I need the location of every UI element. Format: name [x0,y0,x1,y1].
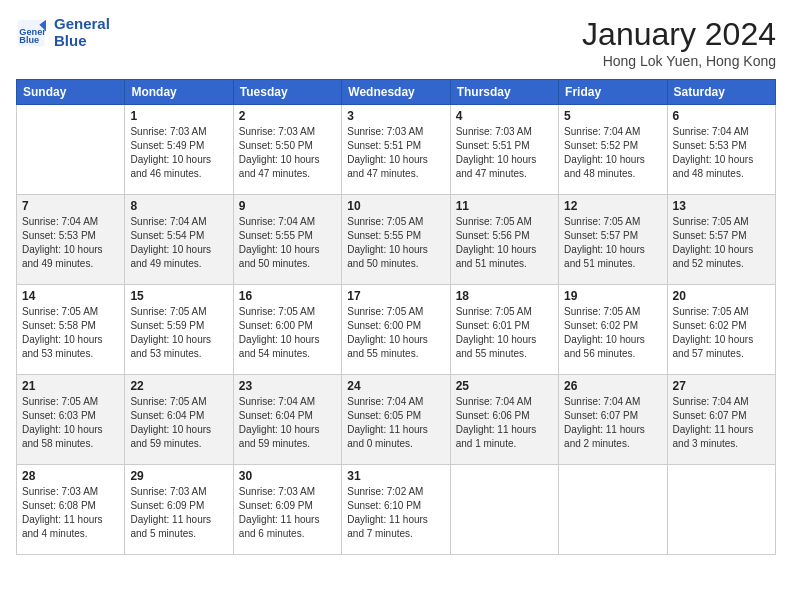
day-info: Sunrise: 7:05 AM Sunset: 5:56 PM Dayligh… [456,215,553,271]
calendar-day-cell [17,105,125,195]
day-info: Sunrise: 7:05 AM Sunset: 5:58 PM Dayligh… [22,305,119,361]
day-info: Sunrise: 7:03 AM Sunset: 6:08 PM Dayligh… [22,485,119,541]
weekday-header-cell: Thursday [450,80,558,105]
calendar-day-cell: 19Sunrise: 7:05 AM Sunset: 6:02 PM Dayli… [559,285,667,375]
day-number: 5 [564,109,661,123]
calendar-day-cell: 10Sunrise: 7:05 AM Sunset: 5:55 PM Dayli… [342,195,450,285]
location: Hong Lok Yuen, Hong Kong [582,53,776,69]
weekday-header-cell: Monday [125,80,233,105]
logo-text-line2: Blue [54,33,110,50]
day-info: Sunrise: 7:05 AM Sunset: 6:00 PM Dayligh… [239,305,336,361]
day-number: 13 [673,199,770,213]
logo: General Blue General Blue [16,16,110,49]
calendar-day-cell: 28Sunrise: 7:03 AM Sunset: 6:08 PM Dayli… [17,465,125,555]
day-info: Sunrise: 7:03 AM Sunset: 5:50 PM Dayligh… [239,125,336,181]
calendar-day-cell: 29Sunrise: 7:03 AM Sunset: 6:09 PM Dayli… [125,465,233,555]
calendar-day-cell: 2Sunrise: 7:03 AM Sunset: 5:50 PM Daylig… [233,105,341,195]
day-number: 6 [673,109,770,123]
day-info: Sunrise: 7:03 AM Sunset: 6:09 PM Dayligh… [130,485,227,541]
day-number: 1 [130,109,227,123]
calendar-day-cell: 27Sunrise: 7:04 AM Sunset: 6:07 PM Dayli… [667,375,775,465]
calendar-day-cell: 18Sunrise: 7:05 AM Sunset: 6:01 PM Dayli… [450,285,558,375]
calendar-day-cell: 22Sunrise: 7:05 AM Sunset: 6:04 PM Dayli… [125,375,233,465]
calendar-day-cell: 23Sunrise: 7:04 AM Sunset: 6:04 PM Dayli… [233,375,341,465]
day-number: 16 [239,289,336,303]
day-info: Sunrise: 7:05 AM Sunset: 6:04 PM Dayligh… [130,395,227,451]
logo-text-line1: General [54,16,110,33]
calendar-day-cell: 20Sunrise: 7:05 AM Sunset: 6:02 PM Dayli… [667,285,775,375]
calendar-week-row: 1Sunrise: 7:03 AM Sunset: 5:49 PM Daylig… [17,105,776,195]
day-info: Sunrise: 7:04 AM Sunset: 6:04 PM Dayligh… [239,395,336,451]
calendar-day-cell [559,465,667,555]
day-info: Sunrise: 7:03 AM Sunset: 5:49 PM Dayligh… [130,125,227,181]
day-number: 21 [22,379,119,393]
weekday-header-cell: Saturday [667,80,775,105]
day-info: Sunrise: 7:05 AM Sunset: 6:02 PM Dayligh… [673,305,770,361]
calendar-day-cell [450,465,558,555]
day-number: 30 [239,469,336,483]
calendar-day-cell: 3Sunrise: 7:03 AM Sunset: 5:51 PM Daylig… [342,105,450,195]
day-info: Sunrise: 7:02 AM Sunset: 6:10 PM Dayligh… [347,485,444,541]
day-number: 2 [239,109,336,123]
day-number: 10 [347,199,444,213]
day-info: Sunrise: 7:04 AM Sunset: 6:06 PM Dayligh… [456,395,553,451]
calendar-day-cell: 13Sunrise: 7:05 AM Sunset: 5:57 PM Dayli… [667,195,775,285]
weekday-header-row: SundayMondayTuesdayWednesdayThursdayFrid… [17,80,776,105]
day-info: Sunrise: 7:04 AM Sunset: 5:53 PM Dayligh… [22,215,119,271]
day-info: Sunrise: 7:04 AM Sunset: 5:52 PM Dayligh… [564,125,661,181]
day-number: 7 [22,199,119,213]
day-info: Sunrise: 7:05 AM Sunset: 5:55 PM Dayligh… [347,215,444,271]
day-number: 11 [456,199,553,213]
calendar-day-cell: 6Sunrise: 7:04 AM Sunset: 5:53 PM Daylig… [667,105,775,195]
day-info: Sunrise: 7:05 AM Sunset: 6:03 PM Dayligh… [22,395,119,451]
calendar-day-cell: 14Sunrise: 7:05 AM Sunset: 5:58 PM Dayli… [17,285,125,375]
day-info: Sunrise: 7:05 AM Sunset: 5:57 PM Dayligh… [673,215,770,271]
month-title: January 2024 [582,16,776,53]
day-info: Sunrise: 7:05 AM Sunset: 6:00 PM Dayligh… [347,305,444,361]
logo-icon: General Blue [16,18,46,48]
calendar-day-cell: 4Sunrise: 7:03 AM Sunset: 5:51 PM Daylig… [450,105,558,195]
day-info: Sunrise: 7:05 AM Sunset: 6:01 PM Dayligh… [456,305,553,361]
calendar-day-cell: 8Sunrise: 7:04 AM Sunset: 5:54 PM Daylig… [125,195,233,285]
day-number: 8 [130,199,227,213]
day-info: Sunrise: 7:04 AM Sunset: 5:53 PM Dayligh… [673,125,770,181]
day-info: Sunrise: 7:04 AM Sunset: 6:07 PM Dayligh… [673,395,770,451]
calendar-day-cell: 30Sunrise: 7:03 AM Sunset: 6:09 PM Dayli… [233,465,341,555]
title-area: January 2024 Hong Lok Yuen, Hong Kong [582,16,776,69]
calendar-day-cell: 15Sunrise: 7:05 AM Sunset: 5:59 PM Dayli… [125,285,233,375]
day-info: Sunrise: 7:03 AM Sunset: 5:51 PM Dayligh… [456,125,553,181]
calendar-day-cell: 12Sunrise: 7:05 AM Sunset: 5:57 PM Dayli… [559,195,667,285]
calendar-day-cell [667,465,775,555]
day-number: 3 [347,109,444,123]
day-info: Sunrise: 7:03 AM Sunset: 6:09 PM Dayligh… [239,485,336,541]
calendar-day-cell: 1Sunrise: 7:03 AM Sunset: 5:49 PM Daylig… [125,105,233,195]
day-number: 20 [673,289,770,303]
calendar-day-cell: 5Sunrise: 7:04 AM Sunset: 5:52 PM Daylig… [559,105,667,195]
day-number: 14 [22,289,119,303]
day-info: Sunrise: 7:05 AM Sunset: 6:02 PM Dayligh… [564,305,661,361]
calendar-day-cell: 25Sunrise: 7:04 AM Sunset: 6:06 PM Dayli… [450,375,558,465]
day-number: 22 [130,379,227,393]
day-info: Sunrise: 7:05 AM Sunset: 5:57 PM Dayligh… [564,215,661,271]
day-info: Sunrise: 7:04 AM Sunset: 5:54 PM Dayligh… [130,215,227,271]
day-info: Sunrise: 7:05 AM Sunset: 5:59 PM Dayligh… [130,305,227,361]
day-number: 18 [456,289,553,303]
page-header: General Blue General Blue January 2024 H… [16,16,776,69]
weekday-header-cell: Friday [559,80,667,105]
calendar-week-row: 21Sunrise: 7:05 AM Sunset: 6:03 PM Dayli… [17,375,776,465]
calendar-body: 1Sunrise: 7:03 AM Sunset: 5:49 PM Daylig… [17,105,776,555]
day-number: 4 [456,109,553,123]
weekday-header-cell: Sunday [17,80,125,105]
calendar-day-cell: 21Sunrise: 7:05 AM Sunset: 6:03 PM Dayli… [17,375,125,465]
day-number: 23 [239,379,336,393]
calendar-day-cell: 9Sunrise: 7:04 AM Sunset: 5:55 PM Daylig… [233,195,341,285]
day-number: 28 [22,469,119,483]
calendar-day-cell: 11Sunrise: 7:05 AM Sunset: 5:56 PM Dayli… [450,195,558,285]
calendar-week-row: 7Sunrise: 7:04 AM Sunset: 5:53 PM Daylig… [17,195,776,285]
day-info: Sunrise: 7:04 AM Sunset: 5:55 PM Dayligh… [239,215,336,271]
calendar-day-cell: 16Sunrise: 7:05 AM Sunset: 6:00 PM Dayli… [233,285,341,375]
day-number: 24 [347,379,444,393]
day-number: 19 [564,289,661,303]
day-number: 26 [564,379,661,393]
calendar-day-cell: 17Sunrise: 7:05 AM Sunset: 6:00 PM Dayli… [342,285,450,375]
